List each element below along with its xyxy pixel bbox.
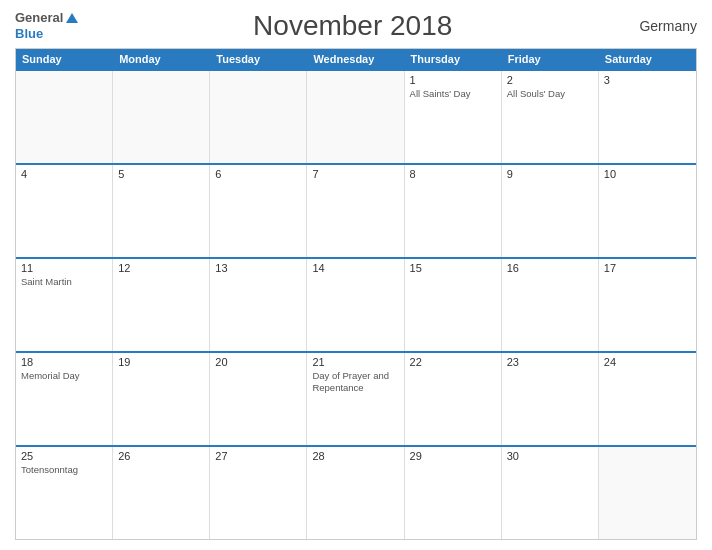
day-number: 7 (312, 168, 398, 180)
day-number: 6 (215, 168, 301, 180)
header-sunday: Sunday (16, 49, 113, 69)
day-number: 21 (312, 356, 398, 368)
day-cell-4-5: 30 (502, 447, 599, 539)
day-number: 5 (118, 168, 204, 180)
header-saturday: Saturday (599, 49, 696, 69)
holiday-label: Memorial Day (21, 370, 107, 382)
day-number: 26 (118, 450, 204, 462)
day-number: 14 (312, 262, 398, 274)
day-cell-4-3: 28 (307, 447, 404, 539)
header-friday: Friday (502, 49, 599, 69)
day-cell-4-1: 26 (113, 447, 210, 539)
day-number: 17 (604, 262, 691, 274)
day-number: 25 (21, 450, 107, 462)
day-number: 10 (604, 168, 691, 180)
day-number: 12 (118, 262, 204, 274)
day-cell-0-6: 3 (599, 71, 696, 163)
day-cell-1-2: 6 (210, 165, 307, 257)
holiday-label: All Souls' Day (507, 88, 593, 100)
day-cell-0-5: 2All Souls' Day (502, 71, 599, 163)
day-number: 1 (410, 74, 496, 86)
day-cell-3-4: 22 (405, 353, 502, 445)
country-label: Germany (627, 18, 697, 34)
week-row-4: 18Memorial Day192021Day of Prayer and Re… (16, 351, 696, 445)
day-number: 15 (410, 262, 496, 274)
day-number: 4 (21, 168, 107, 180)
day-number: 27 (215, 450, 301, 462)
day-cell-1-1: 5 (113, 165, 210, 257)
holiday-label: Saint Martin (21, 276, 107, 288)
holiday-label: Totensonntag (21, 464, 107, 476)
holiday-label: All Saints' Day (410, 88, 496, 100)
day-number: 3 (604, 74, 691, 86)
day-cell-3-3: 21Day of Prayer and Repentance (307, 353, 404, 445)
header-monday: Monday (113, 49, 210, 69)
day-cell-4-2: 27 (210, 447, 307, 539)
day-cell-1-6: 10 (599, 165, 696, 257)
day-cell-1-3: 7 (307, 165, 404, 257)
calendar-grid: Sunday Monday Tuesday Wednesday Thursday… (15, 48, 697, 540)
day-cell-2-1: 12 (113, 259, 210, 351)
logo: General Blue (15, 10, 78, 41)
weeks-container: 1All Saints' Day2All Souls' Day345678910… (16, 69, 696, 539)
day-number: 30 (507, 450, 593, 462)
holiday-label: Day of Prayer and Repentance (312, 370, 398, 395)
calendar-title: November 2018 (78, 10, 627, 42)
day-cell-0-0 (16, 71, 113, 163)
week-row-1: 1All Saints' Day2All Souls' Day3 (16, 69, 696, 163)
logo-triangle-icon (66, 13, 78, 23)
day-number: 13 (215, 262, 301, 274)
logo-general: General (15, 10, 63, 26)
day-cell-1-4: 8 (405, 165, 502, 257)
day-cell-2-0: 11Saint Martin (16, 259, 113, 351)
day-cell-0-1 (113, 71, 210, 163)
day-cell-2-3: 14 (307, 259, 404, 351)
day-number: 22 (410, 356, 496, 368)
day-cell-3-5: 23 (502, 353, 599, 445)
day-cell-3-0: 18Memorial Day (16, 353, 113, 445)
day-number: 19 (118, 356, 204, 368)
day-cell-4-0: 25Totensonntag (16, 447, 113, 539)
day-cell-0-2 (210, 71, 307, 163)
day-number: 16 (507, 262, 593, 274)
day-cell-2-4: 15 (405, 259, 502, 351)
day-cell-3-6: 24 (599, 353, 696, 445)
day-cell-1-0: 4 (16, 165, 113, 257)
header-wednesday: Wednesday (307, 49, 404, 69)
header-thursday: Thursday (405, 49, 502, 69)
day-cell-4-4: 29 (405, 447, 502, 539)
day-number: 28 (312, 450, 398, 462)
day-number: 20 (215, 356, 301, 368)
logo-blue: Blue (15, 26, 43, 42)
calendar-page: General Blue November 2018 Germany Sunda… (0, 0, 712, 550)
day-cell-0-3 (307, 71, 404, 163)
day-number: 24 (604, 356, 691, 368)
day-cell-3-1: 19 (113, 353, 210, 445)
week-row-2: 45678910 (16, 163, 696, 257)
day-cell-2-6: 17 (599, 259, 696, 351)
week-row-3: 11Saint Martin121314151617 (16, 257, 696, 351)
week-row-5: 25Totensonntag2627282930 (16, 445, 696, 539)
day-cell-3-2: 20 (210, 353, 307, 445)
header-tuesday: Tuesday (210, 49, 307, 69)
day-number: 11 (21, 262, 107, 274)
day-cell-4-6 (599, 447, 696, 539)
day-number: 9 (507, 168, 593, 180)
day-number: 23 (507, 356, 593, 368)
day-cell-1-5: 9 (502, 165, 599, 257)
day-number: 18 (21, 356, 107, 368)
header: General Blue November 2018 Germany (15, 10, 697, 42)
day-number: 2 (507, 74, 593, 86)
day-cell-2-2: 13 (210, 259, 307, 351)
day-number: 8 (410, 168, 496, 180)
day-cell-0-4: 1All Saints' Day (405, 71, 502, 163)
day-cell-2-5: 16 (502, 259, 599, 351)
day-number: 29 (410, 450, 496, 462)
day-headers-row: Sunday Monday Tuesday Wednesday Thursday… (16, 49, 696, 69)
